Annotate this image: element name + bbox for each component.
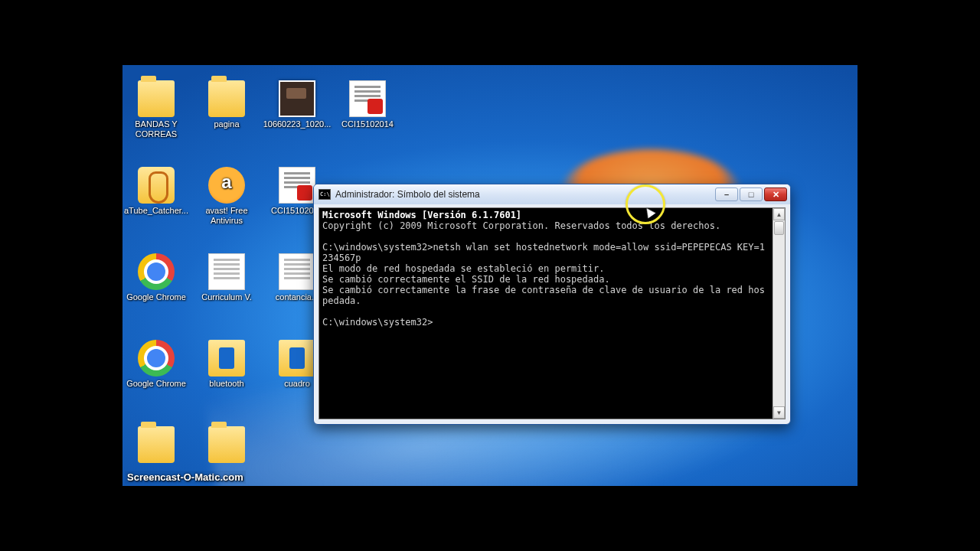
cmd-window[interactable]: Administrador: Símbolo del sistema – □ ✕… <box>313 184 791 425</box>
app-atube-label: aTube_Catcher... <box>122 206 191 216</box>
pdf-cci-b-icon <box>279 167 315 204</box>
cmd-output[interactable]: Microsoft Windows [Versión 6.1.7601] Cop… <box>319 208 773 419</box>
scroll-down-button[interactable]: ▼ <box>773 406 785 419</box>
minimize-button[interactable]: – <box>715 187 738 201</box>
cmd-scrollbar[interactable]: ▲ ▼ <box>773 208 785 419</box>
app-chrome-1-icon <box>138 253 175 290</box>
folder-bt-icon <box>208 340 245 377</box>
folder-bandas-icon <box>138 80 175 117</box>
doc-curriculum[interactable]: Curriculum V. <box>191 253 262 302</box>
doc-curriculum-icon <box>208 253 245 290</box>
cmd-titlebar[interactable]: Administrador: Símbolo del sistema – □ ✕ <box>314 184 790 204</box>
doc-contancia-icon <box>279 253 315 290</box>
app-chrome-2-icon <box>138 340 175 377</box>
watermark-text: Screencast-O-Matic.com <box>125 471 246 484</box>
app-chrome-2-label: Google Chrome <box>122 379 191 389</box>
folder-extra1-icon <box>138 426 175 463</box>
img-10660223-label: 10660223_1020... <box>262 119 332 129</box>
folder-bandas-label: BANDAS Y CORREAS <box>122 119 191 139</box>
folder-cuadro-icon <box>279 340 315 377</box>
folder-pagina[interactable]: pagina <box>191 80 262 129</box>
folder-bandas[interactable]: BANDAS Y CORREAS <box>122 80 191 139</box>
folder-pagina-icon <box>208 80 245 117</box>
app-chrome-1-label: Google Chrome <box>122 292 191 302</box>
img-10660223[interactable]: 10660223_1020... <box>262 80 332 129</box>
desktop-area: BANDAS Y CORREASpagina10660223_1020...CC… <box>122 65 858 486</box>
app-atube-icon <box>138 167 175 204</box>
scroll-track[interactable] <box>773 236 785 406</box>
cmd-icon <box>318 189 331 200</box>
folder-bt-label: bluetooth <box>191 379 262 389</box>
scroll-thumb[interactable] <box>774 221 784 235</box>
folder-extra1[interactable] <box>122 426 191 465</box>
cmd-title-text: Administrador: Símbolo del sistema <box>335 189 715 200</box>
app-avast-icon <box>208 167 245 204</box>
app-chrome-1[interactable]: Google Chrome <box>122 253 191 302</box>
pdf-cci-a-label: CCI15102014 <box>332 119 403 129</box>
folder-extra2[interactable] <box>191 426 262 465</box>
app-avast[interactable]: avast! Free Antivirus <box>191 167 262 226</box>
pdf-cci-a-icon <box>349 80 386 117</box>
app-atube[interactable]: aTube_Catcher... <box>122 167 191 216</box>
folder-pagina-label: pagina <box>191 119 262 129</box>
pdf-cci-a[interactable]: CCI15102014 <box>332 80 403 129</box>
maximize-button[interactable]: □ <box>740 187 763 201</box>
folder-bt[interactable]: bluetooth <box>191 340 262 389</box>
doc-curriculum-label: Curriculum V. <box>191 292 262 302</box>
cmd-client-area: Microsoft Windows [Versión 6.1.7601] Cop… <box>318 207 786 419</box>
app-chrome-2[interactable]: Google Chrome <box>122 340 191 389</box>
window-controls: – □ ✕ <box>715 187 787 201</box>
img-10660223-icon <box>279 80 315 117</box>
app-avast-label: avast! Free Antivirus <box>191 206 262 226</box>
folder-extra2-icon <box>208 426 245 463</box>
scroll-up-button[interactable]: ▲ <box>773 208 785 220</box>
close-button[interactable]: ✕ <box>764 187 787 201</box>
